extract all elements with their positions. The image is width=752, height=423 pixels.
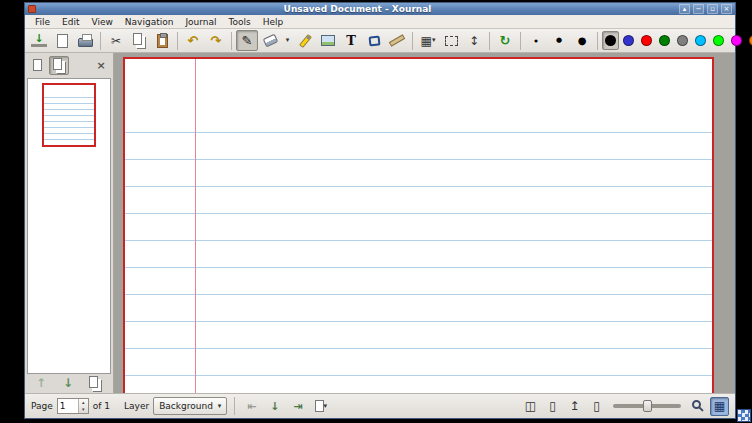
menu-navigation[interactable]: Navigation	[119, 15, 180, 29]
menu-view[interactable]: View	[86, 15, 119, 29]
cut-button[interactable]: ✂	[105, 30, 127, 51]
shape-recognizer-button[interactable]	[363, 30, 385, 51]
color-orange-button[interactable]	[746, 31, 752, 50]
undo-button[interactable]: ↶	[182, 30, 204, 51]
goto-last-page-button[interactable]: ⇥	[288, 397, 307, 416]
shade-icon: ▴	[683, 4, 687, 14]
copy-icon	[133, 33, 142, 45]
page-number-input[interactable]	[58, 399, 78, 413]
highlighter-tool-button[interactable]	[294, 30, 316, 51]
color-lightblue-swatch	[695, 35, 706, 46]
layer-view-button[interactable]	[27, 56, 47, 75]
maximize-button[interactable]: ▫	[707, 4, 718, 14]
menu-tools[interactable]: Tools	[223, 15, 257, 29]
pen-tool-button[interactable]: ✎	[236, 30, 258, 51]
color-green-button[interactable]	[656, 31, 673, 50]
menu-help[interactable]: Help	[257, 15, 290, 29]
zoom-button[interactable]	[688, 397, 707, 416]
fit-page-button[interactable]: ↥	[565, 397, 584, 416]
toolbar-separator	[520, 32, 521, 50]
toolbar-separator	[231, 32, 232, 50]
ruler-tool-button[interactable]	[386, 30, 408, 51]
close-button[interactable]: ×	[721, 4, 732, 14]
workspace-pager[interactable]	[737, 409, 751, 422]
color-red-button[interactable]	[638, 31, 655, 50]
grid-snap-toggle[interactable]: ▦	[710, 397, 729, 416]
shade-button[interactable]: ▴	[679, 4, 690, 14]
select-rectangle-button[interactable]	[440, 30, 462, 51]
new-document-button[interactable]	[51, 30, 73, 51]
default-tool-button[interactable]: ↻	[494, 30, 516, 51]
menu-file[interactable]: File	[29, 15, 56, 29]
thumbnail-ruled-lines	[44, 97, 94, 145]
print-button[interactable]	[74, 30, 96, 51]
zoom-slider[interactable]	[613, 404, 681, 408]
spin-up-icon[interactable]: ▴	[79, 399, 88, 406]
titlebar[interactable]: Unsaved Document - Xournal ▴ − ▫ ×	[25, 3, 735, 15]
thumbnail-view-button[interactable]	[49, 56, 69, 75]
toolbar-separator	[489, 32, 490, 50]
sidebar-bottom-toolbar: ↑ ↓ ⊗	[27, 374, 111, 392]
thumbnail-list[interactable]	[27, 78, 111, 374]
one-page-view-button[interactable]: ▯	[543, 397, 562, 416]
redo-button[interactable]: ↷	[205, 30, 227, 51]
color-blue-button[interactable]	[620, 31, 637, 50]
ruler-icon	[389, 34, 405, 46]
fit-width-icon: ▯	[593, 400, 600, 412]
copy-button[interactable]	[128, 30, 150, 51]
append-page-dropdown[interactable]: ▾	[311, 397, 330, 416]
grid-pattern-dropdown[interactable]: ▦ ▾	[417, 30, 439, 51]
color-black-button[interactable]	[602, 31, 619, 50]
zoom-slider-handle[interactable]	[643, 400, 652, 412]
spin-down-icon[interactable]: ▾	[79, 406, 88, 413]
text-tool-button[interactable]: T	[340, 30, 362, 51]
move-page-down-button[interactable]: ↓	[58, 374, 78, 393]
color-magenta-swatch	[731, 35, 742, 46]
save-button[interactable]: ↓	[28, 30, 50, 51]
two-page-icon: ◫	[525, 400, 536, 412]
pen-size-fine-button[interactable]: ●	[525, 30, 547, 51]
pen-size-medium-button[interactable]: ●	[548, 30, 570, 51]
page-up-icon: ↥	[569, 400, 579, 412]
text-icon: T	[346, 33, 356, 48]
layer-combobox[interactable]: Background ▾	[153, 397, 227, 415]
spin-arrows[interactable]: ▴ ▾	[78, 399, 88, 413]
page-label: Page	[31, 401, 53, 411]
redo-icon: ↷	[211, 33, 222, 48]
image-tool-button[interactable]	[317, 30, 339, 51]
minimize-button[interactable]: −	[693, 4, 704, 14]
page-1-thumbnail[interactable]	[42, 83, 96, 147]
color-magenta-button[interactable]	[728, 31, 745, 50]
color-lightgreen-button[interactable]	[710, 31, 727, 50]
sidebar-close-button[interactable]: ×	[91, 56, 111, 75]
goto-next-page-button[interactable]: ↓	[265, 397, 284, 416]
duplicate-pages-icon	[89, 376, 98, 388]
menu-journal[interactable]: Journal	[179, 15, 222, 29]
eraser-options-dropdown[interactable]: ▾	[282, 30, 293, 51]
page-number-spinbox[interactable]: ▴ ▾	[57, 398, 89, 414]
vertical-space-button[interactable]: ↕	[463, 30, 485, 51]
zoom-fit-width-button[interactable]: ▯	[587, 397, 606, 416]
color-gray-button[interactable]	[674, 31, 691, 50]
chevron-down-icon: ▾	[218, 403, 222, 410]
document-canvas[interactable]	[114, 53, 735, 393]
menu-edit[interactable]: Edit	[56, 15, 85, 29]
paste-button[interactable]	[151, 30, 173, 51]
duplicate-page-button[interactable]	[85, 374, 105, 393]
chevron-down-icon: ▾	[324, 403, 328, 410]
pen-size-thick-button[interactable]: ●	[571, 30, 593, 51]
goto-first-page-button[interactable]: ⇤	[242, 397, 261, 416]
paste-icon	[157, 34, 168, 48]
notebook-page[interactable]	[123, 57, 714, 393]
new-document-icon	[57, 34, 68, 48]
image-icon	[321, 35, 335, 46]
move-page-up-button[interactable]: ↑	[31, 374, 51, 393]
eraser-tool-button[interactable]	[259, 30, 281, 51]
two-page-view-button[interactable]: ◫	[521, 397, 540, 416]
menubar: File Edit View Navigation Journal Tools …	[25, 15, 735, 29]
color-lightgreen-swatch	[713, 35, 724, 46]
arrow-down-icon: ↓	[63, 377, 73, 389]
color-gray-swatch	[677, 35, 688, 46]
zoom-controls: ◫ ▯ ↥ ▯ ▦	[521, 397, 729, 416]
color-lightblue-button[interactable]	[692, 31, 709, 50]
